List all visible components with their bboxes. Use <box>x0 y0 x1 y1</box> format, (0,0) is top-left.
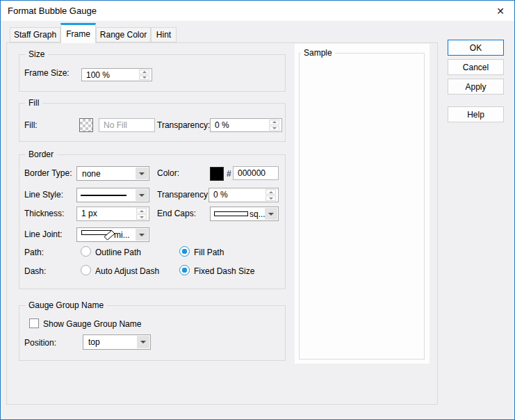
ok-button[interactable]: OK <box>448 40 504 56</box>
tab-label: Hint <box>156 30 171 40</box>
thickness-input[interactable]: 1 px <box>76 207 149 221</box>
gauge-group-name-title: Gauge Group Name <box>25 300 107 310</box>
border-transparency-value: 0 % <box>213 190 228 200</box>
window-title: Format Bubble Gauge <box>8 6 97 16</box>
chevron-down-icon[interactable] <box>136 168 148 179</box>
apply-button[interactable]: Apply <box>448 79 504 95</box>
sample-preview-area <box>299 53 425 360</box>
position-value: top <box>88 337 100 347</box>
border-transparency-input[interactable]: 0 % <box>209 188 279 202</box>
thickness-value: 1 px <box>81 209 97 218</box>
ok-button-label: OK <box>470 43 482 53</box>
end-caps-select[interactable]: sq... <box>210 207 279 221</box>
border-transparency-label: Transparency: <box>157 190 210 200</box>
border-transparency-stepper <box>265 189 276 201</box>
size-group-title: Size <box>25 49 48 59</box>
tab-hint[interactable]: Hint <box>151 27 177 42</box>
border-type-select[interactable]: none <box>76 166 149 181</box>
border-color-swatch[interactable] <box>210 167 224 181</box>
fill-swatch-button[interactable] <box>79 118 93 132</box>
line-joint-select[interactable]: mi... <box>76 227 149 242</box>
fill-label: Fill: <box>24 120 38 130</box>
fixed-dash-size-label: Fixed Dash Size <box>194 266 254 276</box>
position-select[interactable]: top <box>83 334 151 350</box>
frame-tab-panel: Size Frame Size: 100 % Fill Fill: No Fil… <box>6 42 438 405</box>
solid-line-icon <box>81 188 126 202</box>
cancel-button-label: Cancel <box>463 63 489 72</box>
format-bubble-gauge-dialog: Format Bubble Gauge ✕ Staff Graph Frame … <box>0 0 515 420</box>
tab-range-color[interactable]: Range Color <box>96 27 151 42</box>
tab-label: Range Color <box>100 30 147 40</box>
auto-adjust-dash-label: Auto Adjust Dash <box>95 266 159 276</box>
gauge-group-name-group: Gauge Group Name <box>19 305 286 361</box>
tab-staff-graph[interactable]: Staff Graph <box>10 27 60 42</box>
spin-down-icon[interactable] <box>265 195 276 201</box>
line-joint-value: mi... <box>114 230 130 240</box>
dash-label: Dash: <box>24 266 46 276</box>
fill-path-label: Fill Path <box>194 248 224 257</box>
fill-transparency-stepper <box>269 120 279 131</box>
end-caps-label: End Caps: <box>157 209 196 218</box>
frame-size-value: 100 % <box>86 70 110 80</box>
border-type-label: Border Type: <box>24 168 72 178</box>
thickness-stepper <box>136 208 147 220</box>
line-joint-label: Line Joint: <box>24 229 63 239</box>
frame-size-label: Frame Size: <box>24 68 70 78</box>
chevron-down-icon[interactable] <box>265 208 277 220</box>
spin-up-icon[interactable] <box>136 208 147 213</box>
miter-joint-icon: mi... <box>81 228 130 241</box>
thickness-label: Thickness: <box>24 209 64 218</box>
frame-size-stepper <box>139 70 149 80</box>
fill-value-field[interactable]: No Fill <box>99 118 155 132</box>
help-button[interactable]: Help <box>448 106 504 122</box>
chevron-down-icon[interactable] <box>136 229 148 241</box>
spin-up-icon[interactable] <box>139 70 149 74</box>
radio-fixed-dash-size[interactable] <box>179 265 190 275</box>
show-gauge-group-name-checkbox[interactable] <box>29 318 39 328</box>
frame-size-input[interactable]: 100 % <box>81 68 152 81</box>
radio-auto-adjust-dash[interactable] <box>81 265 91 275</box>
fill-group-title: Fill <box>25 98 42 108</box>
spin-up-icon[interactable] <box>265 189 276 195</box>
border-group-title: Border <box>25 150 57 159</box>
chevron-down-icon[interactable] <box>137 336 149 348</box>
outline-path-label: Outline Path <box>95 248 141 257</box>
line-style-select[interactable] <box>76 188 149 202</box>
spin-down-icon[interactable] <box>136 214 147 220</box>
tab-frame[interactable]: Frame <box>60 23 96 43</box>
cancel-button[interactable]: Cancel <box>448 59 504 75</box>
fill-transparency-input[interactable]: 0 % <box>210 118 282 132</box>
chevron-down-icon[interactable] <box>136 189 148 201</box>
radio-fill-path[interactable] <box>179 246 190 257</box>
line-style-label: Line Style: <box>24 190 63 200</box>
fill-transparency-value: 0 % <box>215 120 229 130</box>
square-cap-line-icon: sq... <box>214 207 265 220</box>
fill-transparency-label: Transparency: <box>157 120 210 130</box>
position-label: Position: <box>24 338 56 348</box>
path-label: Path: <box>24 248 44 257</box>
titlebar: Format Bubble Gauge ✕ <box>1 1 514 21</box>
sample-title: Sample <box>301 48 335 58</box>
close-icon[interactable]: ✕ <box>489 1 512 21</box>
border-type-value: none <box>82 169 101 179</box>
tab-label: Frame <box>66 29 90 39</box>
help-button-label: Help <box>467 110 484 120</box>
end-caps-value: sq... <box>250 209 265 219</box>
spin-up-icon[interactable] <box>269 120 279 125</box>
color-label: Color: <box>157 168 179 178</box>
radio-outline-path[interactable] <box>81 246 91 257</box>
spin-down-icon[interactable] <box>269 126 279 131</box>
border-color-hex-field[interactable]: 000000 <box>233 166 279 180</box>
tab-label: Staff Graph <box>14 30 56 40</box>
spin-down-icon[interactable] <box>139 75 149 80</box>
color-hash-label: # <box>227 169 231 179</box>
apply-button-label: Apply <box>465 82 486 92</box>
show-gauge-group-name-label: Show Gauge Group Name <box>43 319 141 329</box>
sample-panel: Sample <box>295 44 430 364</box>
